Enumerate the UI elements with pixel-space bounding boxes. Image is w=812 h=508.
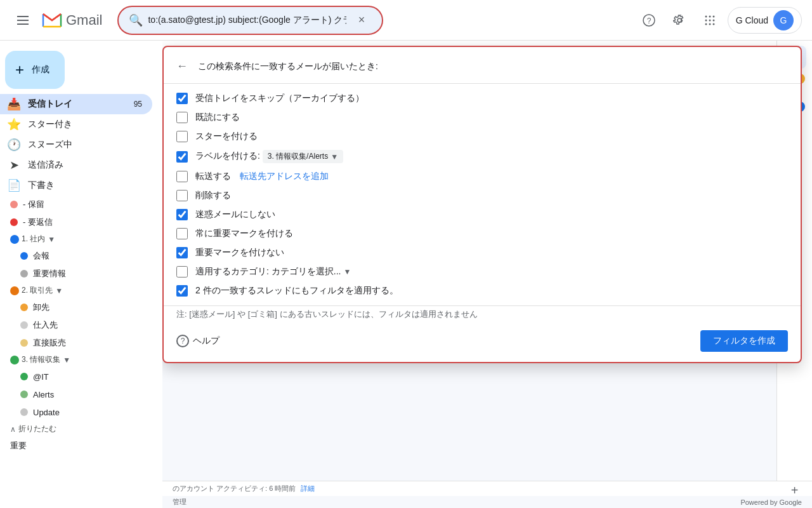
label-group-3[interactable]: 3. 情報収集 ▼ — [0, 352, 162, 368]
sidebar-item-more[interactable]: 重要 — [0, 437, 152, 455]
sidebar-item-atit[interactable]: @IT — [0, 368, 152, 385]
menu-button[interactable] — [10, 8, 36, 33]
sidebar-item-drafts[interactable]: 📄 下書き — [0, 175, 152, 196]
label-badge[interactable]: 3. 情報収集/Alerts ▼ — [263, 150, 343, 163]
starred-label: スター付き — [28, 119, 142, 130]
need-reply-label: - 要返信 — [23, 217, 53, 228]
svg-point-6 — [705, 15, 707, 17]
content-area: 1–2 / 2 行 ‹ › けG Suiteユーザ... 5月28日 リティキー… — [162, 41, 812, 508]
sent-icon: ➤ — [8, 159, 20, 171]
sent-label: 送信済み — [28, 159, 142, 171]
account-badge[interactable]: G Cloud G — [728, 7, 802, 34]
sidebar-item-sent[interactable]: ➤ 送信済み — [0, 155, 152, 175]
gmail-logo: Gmail — [41, 9, 102, 32]
inbox-count: 95 — [134, 100, 142, 109]
apply-threads-label: 2 件の一致するスレッドにもフィルタを適用する。 — [195, 285, 776, 297]
search-clear-button[interactable]: × — [351, 10, 372, 30]
svg-rect-0 — [17, 16, 29, 17]
sidebar-item-snoozed[interactable]: 🕐 スヌーズ中 — [0, 135, 152, 155]
filter-option-label: ラベルを付ける: 3. 情報収集/Alerts ▼ — [176, 146, 776, 167]
alerts-label: Alerts — [33, 390, 54, 399]
filter-option-delete: 削除する — [176, 186, 776, 205]
atit-label: @IT — [33, 372, 49, 382]
inbox-icon: 📥 — [8, 98, 20, 110]
svg-point-14 — [712, 23, 714, 25]
skip-inbox-checkbox[interactable] — [176, 93, 188, 104]
alerts-dot — [20, 391, 28, 398]
sidebar-item-chokusetsu[interactable]: 直接販売 — [0, 334, 152, 352]
filter-option-mark-read: 既読にする — [176, 108, 776, 127]
delete-label: 削除する — [195, 190, 776, 201]
compose-button[interactable]: + 作成 — [5, 51, 65, 89]
collapse-arrow-icon: ∧ — [10, 425, 16, 434]
sidebar-item-starred[interactable]: ⭐ スター付き — [0, 114, 152, 135]
skip-inbox-label: 受信トレイをスキップ（アーカイブする） — [195, 93, 776, 104]
category-select[interactable]: カテゴリを選択... ▼ — [272, 266, 351, 277]
svg-point-7 — [709, 15, 710, 17]
label-badge-arrow-icon: ▼ — [331, 152, 338, 161]
email-area: 1–2 / 2 行 ‹ › けG Suiteユーザ... 5月28日 リティキー… — [162, 41, 776, 508]
filter-option-category: 適用するカテゴリ: カテゴリを選択... ▼ — [176, 262, 776, 281]
help-button[interactable]: ? — [636, 8, 662, 33]
shiire-dot — [20, 321, 28, 329]
settings-button[interactable] — [667, 8, 692, 33]
never-important-checkbox[interactable] — [176, 247, 188, 258]
sidebar: + 作成 📥 受信トレイ 95 ⭐ スター付き 🕐 スヌーズ中 ➤ 送信済み — [0, 41, 162, 508]
update-dot — [20, 408, 28, 416]
filter-option-skip-inbox: 受信トレイをスキップ（アーカイブする） — [176, 89, 776, 108]
svg-point-13 — [709, 23, 710, 25]
star-checkbox[interactable] — [176, 131, 188, 142]
create-filter-button[interactable]: フィルタを作成 — [700, 330, 776, 352]
help-button-filter[interactable]: ? ヘルプ — [176, 335, 219, 347]
sidebar-item-juyo[interactable]: 重要情報 — [0, 265, 152, 283]
reserved-dot — [10, 201, 18, 208]
search-bar: 🔍 × — [117, 6, 383, 35]
sidebar-item-ouri[interactable]: 卸先 — [0, 298, 152, 316]
sidebar-item-inbox[interactable]: 📥 受信トレイ 95 — [0, 94, 152, 114]
delete-checkbox[interactable] — [176, 190, 188, 201]
collapse-section[interactable]: ∧ 折りたたむ — [0, 421, 162, 437]
always-important-checkbox[interactable] — [176, 228, 188, 239]
forward-checkbox[interactable] — [176, 171, 188, 182]
filter-option-star: スターを付ける — [176, 127, 776, 146]
sidebar-item-reserved[interactable]: - 保留 — [0, 196, 152, 213]
label-group-1[interactable]: 1. 社内 ▼ — [0, 231, 162, 247]
never-important-label: 重要マークを付けない — [195, 247, 776, 258]
search-input[interactable] — [148, 15, 346, 25]
group3-expand-icon: ▼ — [63, 356, 70, 364]
svg-point-12 — [705, 23, 707, 25]
sidebar-item-kaiho[interactable]: 会報 — [0, 247, 152, 265]
juyo-dot — [20, 270, 28, 277]
sidebar-item-update[interactable]: Update — [0, 403, 152, 421]
sidebar-item-alerts[interactable]: Alerts — [0, 385, 152, 403]
category-checkbox[interactable] — [176, 266, 188, 277]
chokusetsu-label: 直接販売 — [33, 337, 66, 349]
add-forward-address-link[interactable]: 転送先アドレスを追加 — [240, 171, 329, 181]
kaiho-label: 会報 — [33, 250, 49, 262]
filter-title: この検索条件に一致するメールが届いたとき: — [198, 61, 776, 72]
update-label: Update — [33, 408, 60, 417]
group2-expand-icon: ▼ — [55, 286, 63, 295]
need-reply-dot — [10, 218, 18, 226]
skip-inbox-checkbox-wrap[interactable] — [176, 93, 188, 104]
more-label: 重要 — [10, 440, 27, 451]
group3-label: 3. 情報収集 — [22, 354, 60, 365]
chokusetsu-dot — [20, 339, 28, 347]
group2-dot — [10, 286, 19, 295]
search-icon: 🔍 — [129, 13, 143, 27]
no-spam-checkbox[interactable] — [176, 209, 188, 220]
snoozed-icon: 🕐 — [8, 138, 20, 151]
category-arrow-icon: ▼ — [343, 267, 351, 276]
label-checkbox[interactable] — [176, 151, 188, 163]
filter-option-forward: 転送する 転送先アドレスを追加 — [176, 167, 776, 186]
mark-read-checkbox[interactable] — [176, 112, 188, 123]
sidebar-item-shiire[interactable]: 仕入先 — [0, 316, 152, 334]
starred-icon: ⭐ — [8, 118, 20, 131]
apply-threads-checkbox[interactable] — [176, 285, 188, 297]
filter-back-button[interactable]: ← — [174, 57, 190, 76]
apps-button[interactable] — [697, 8, 723, 33]
gmail-label: Gmail — [66, 12, 102, 29]
label-group-2[interactable]: 2. 取引先 ▼ — [0, 283, 162, 298]
drafts-label: 下書き — [28, 180, 142, 191]
sidebar-item-need-reply[interactable]: - 要返信 — [0, 213, 152, 231]
